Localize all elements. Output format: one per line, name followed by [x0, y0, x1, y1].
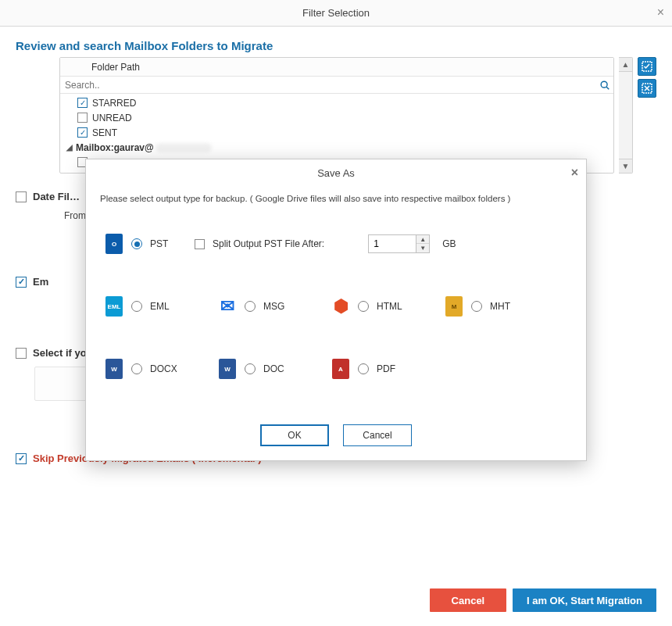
- tree-column-header: Folder Path: [60, 58, 613, 77]
- doc-icon: W: [218, 360, 237, 378]
- pdf-icon: A: [331, 360, 350, 378]
- tree-row[interactable]: UNREAD: [60, 110, 613, 125]
- tree-row-label: STARRED: [92, 98, 136, 109]
- format-radio-mht[interactable]: [471, 301, 482, 312]
- option-label: Date Fil…: [33, 191, 80, 202]
- checkbox-icon[interactable]: ✓: [16, 277, 27, 288]
- scroll-up-icon[interactable]: ▲: [619, 58, 632, 72]
- folder-tree-panel: Folder Path ✓ STARRED UNREAD ✓ SENT: [59, 57, 614, 173]
- scroll-down-icon[interactable]: ▼: [619, 159, 632, 173]
- format-label: EML: [150, 301, 170, 312]
- format-label: MSG: [263, 301, 284, 312]
- format-label: PST: [150, 238, 168, 249]
- format-radio-pst[interactable]: [131, 238, 142, 249]
- format-radio-html[interactable]: [358, 301, 369, 312]
- dialog-subtitle: Please select output type for backup. ( …: [86, 186, 586, 206]
- tree-search-input[interactable]: [60, 77, 596, 93]
- tree-scrollbar[interactable]: ▲ ▼: [619, 57, 633, 173]
- format-radio-doc[interactable]: [245, 363, 256, 374]
- mht-icon: M: [445, 297, 463, 316]
- section-heading: Review and search Mailbox Folders to Mig…: [16, 39, 656, 52]
- checkbox-icon[interactable]: ✓: [77, 127, 88, 138]
- option-label: Select if yo: [33, 347, 87, 359]
- mailbox-address: gaurav@: [114, 142, 154, 153]
- window-titlebar: Filter Selection ×: [0, 0, 672, 27]
- window-title: Filter Selection: [302, 7, 370, 19]
- tree-row[interactable]: ✓ STARRED: [60, 95, 613, 110]
- split-size-unit: GB: [442, 238, 456, 249]
- format-label: MHT: [490, 301, 510, 312]
- format-radio-docx[interactable]: [131, 363, 142, 374]
- mailbox-prefix: Mailbox:: [76, 142, 114, 153]
- format-label: DOCX: [150, 363, 177, 374]
- svg-line-1: [606, 87, 609, 89]
- format-label: PDF: [377, 363, 395, 374]
- tree-row-label: UNREAD: [92, 113, 132, 123]
- search-icon[interactable]: [596, 77, 613, 93]
- dialog-ok-button[interactable]: OK: [260, 424, 329, 446]
- format-label: DOC: [263, 363, 284, 374]
- tree-row-label: SENT: [92, 127, 117, 138]
- format-radio-pdf[interactable]: [358, 363, 369, 374]
- save-as-dialog: Save As × Please select output type for …: [85, 159, 587, 461]
- svg-point-0: [601, 81, 607, 88]
- checkbox-icon[interactable]: [77, 113, 88, 123]
- eml-icon: EML: [105, 297, 123, 316]
- checkbox-icon[interactable]: [16, 191, 27, 202]
- start-migration-button[interactable]: I am OK, Start Migration: [513, 588, 656, 612]
- window-close-icon[interactable]: ×: [657, 6, 664, 19]
- spinner-up-icon[interactable]: ▲: [416, 235, 429, 244]
- msg-icon: ✉: [218, 297, 237, 316]
- dialog-cancel-button[interactable]: Cancel: [343, 424, 412, 446]
- format-label: HTML: [377, 301, 402, 312]
- collapse-arrow-icon[interactable]: ◢: [66, 143, 74, 152]
- checkbox-icon[interactable]: ✓: [16, 453, 27, 464]
- select-all-button[interactable]: [638, 57, 656, 76]
- checkbox-icon[interactable]: ✓: [77, 98, 88, 108]
- docx-icon: W: [105, 360, 123, 378]
- format-radio-msg[interactable]: [245, 301, 256, 312]
- outlook-icon: O: [105, 234, 123, 253]
- split-output-checkbox[interactable]: [195, 239, 205, 249]
- tree-row[interactable]: ✓ SENT: [60, 125, 613, 140]
- deselect-all-button[interactable]: [638, 79, 656, 98]
- tree-mailbox-row[interactable]: ◢ Mailbox: gaurav@: [60, 140, 613, 155]
- option-label: Em: [33, 276, 48, 288]
- split-output-label: Split Output PST File After:: [213, 238, 324, 249]
- mailbox-address-redacted: [155, 143, 212, 152]
- cancel-button[interactable]: Cancel: [430, 588, 506, 612]
- format-radio-eml[interactable]: [131, 301, 142, 312]
- html-icon: ⬢: [331, 297, 350, 316]
- split-size-input[interactable]: [369, 238, 416, 249]
- dialog-title: Save As: [317, 167, 355, 179]
- split-size-spinner[interactable]: ▲ ▼: [368, 234, 430, 253]
- checkbox-icon[interactable]: [16, 348, 27, 359]
- dialog-close-icon[interactable]: ×: [571, 166, 578, 180]
- spinner-down-icon[interactable]: ▼: [416, 244, 429, 252]
